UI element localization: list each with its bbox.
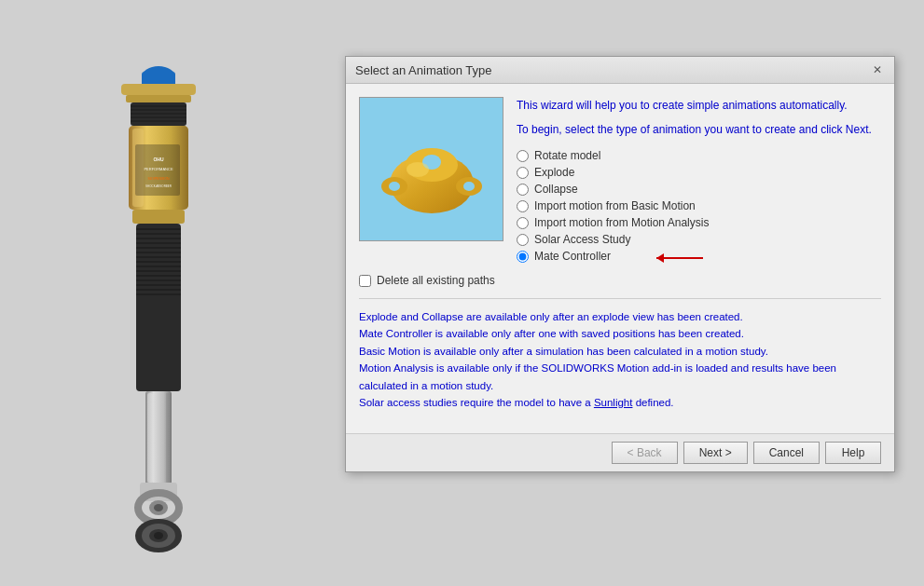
svg-point-55 (407, 162, 429, 177)
svg-rect-6 (131, 109, 186, 111)
next-button[interactable]: Next > (683, 442, 748, 464)
info-section: Explode and Collapse are available only … (359, 298, 881, 411)
svg-rect-26 (136, 256, 181, 258)
radio-motion-analysis-input[interactable] (517, 217, 529, 229)
radio-basic-motion-label: Import motion from Basic Motion (534, 199, 696, 212)
delete-paths-checkbox-area[interactable]: Delete all existing paths (359, 274, 881, 287)
animation-type-dialog: Select an Animation Type ✕ (345, 56, 895, 472)
svg-point-42 (154, 504, 163, 511)
radio-explode[interactable]: Explode (517, 166, 881, 179)
svg-text:SHOCK ABSORBER: SHOCK ABSORBER (145, 184, 172, 188)
radio-collapse[interactable]: Collapse (517, 183, 881, 196)
svg-rect-2 (121, 84, 196, 95)
right-panel: This wizard will help you to create simp… (517, 97, 881, 263)
dialog-body: This wizard will help you to create simp… (346, 84, 894, 433)
svg-rect-34 (136, 293, 181, 295)
preview-box (359, 97, 503, 241)
dialog-top-section: This wizard will help you to create simp… (359, 97, 881, 263)
radio-collapse-label: Collapse (534, 183, 578, 196)
delete-paths-checkbox[interactable] (359, 275, 371, 287)
radio-rotate-model[interactable]: Rotate model (517, 149, 881, 162)
svg-rect-22 (136, 238, 181, 239)
svg-rect-9 (131, 120, 186, 122)
radio-motion-analysis-label: Import motion from Motion Analysis (534, 216, 709, 229)
info-line-4: Motion Analysis is available only if the… (359, 360, 881, 394)
animation-type-radio-group: Rotate model Explode Collapse Import mot… (517, 149, 881, 263)
svg-point-47 (154, 532, 163, 539)
info-line-3: Basic Motion is available only after a s… (359, 343, 881, 360)
svg-rect-24 (136, 247, 181, 249)
svg-rect-23 (136, 242, 181, 244)
svg-point-54 (463, 182, 475, 191)
sunlight-link[interactable]: Sunlight (594, 397, 633, 408)
svg-marker-57 (656, 253, 664, 263)
svg-point-52 (389, 182, 400, 191)
svg-rect-32 (136, 284, 181, 286)
svg-rect-28 (136, 266, 181, 267)
svg-rect-31 (136, 279, 181, 281)
radio-rotate-label: Rotate model (534, 149, 600, 162)
radio-explode-label: Explode (534, 166, 574, 179)
radio-solar-access-label: Solar Access Study (534, 233, 630, 246)
info-line-1: Explode and Collapse are available only … (359, 308, 881, 325)
svg-rect-33 (136, 289, 181, 291)
help-button[interactable]: Help (825, 442, 881, 464)
svg-rect-21 (136, 233, 181, 235)
radio-basic-motion-input[interactable] (517, 200, 529, 212)
wizard-text-2: To begin, select the type of animation y… (517, 121, 881, 138)
radio-mate-controller-input[interactable] (517, 251, 529, 263)
svg-rect-8 (131, 116, 186, 118)
radio-mate-controller-label: Mate Controller (534, 250, 611, 263)
svg-text:PERFORMANCE: PERFORMANCE (144, 167, 172, 171)
radio-rotate-input[interactable] (517, 150, 529, 162)
shock-svg: OHU PERFORMANCE SUSPENSION SHOCK ABSORBE… (56, 33, 261, 554)
red-arrow-annotation (647, 248, 712, 268)
radio-solar-access-input[interactable] (517, 234, 529, 246)
radio-collapse-input[interactable] (517, 184, 529, 196)
info-line-2: Mate Controller is available only after … (359, 325, 881, 342)
svg-rect-5 (131, 105, 186, 107)
svg-rect-25 (136, 252, 181, 253)
svg-rect-7 (131, 113, 186, 115)
radio-basic-motion[interactable]: Import motion from Basic Motion (517, 199, 881, 212)
dialog-titlebar: Select an Animation Type ✕ (346, 57, 894, 84)
radio-solar-access[interactable]: Solar Access Study (517, 233, 881, 246)
radio-motion-analysis[interactable]: Import motion from Motion Analysis (517, 216, 881, 229)
svg-rect-29 (136, 270, 181, 272)
dialog-footer: < Back Next > Cancel Help (346, 433, 894, 471)
svg-rect-27 (136, 261, 181, 263)
svg-text:OHU: OHU (153, 157, 164, 162)
delete-paths-label: Delete all existing paths (377, 274, 495, 287)
svg-rect-3 (126, 95, 191, 102)
info-line-5: Solar access studies require the model t… (359, 394, 881, 411)
svg-rect-18 (132, 210, 185, 224)
back-button[interactable]: < Back (612, 442, 678, 464)
svg-rect-30 (136, 275, 181, 277)
dialog-title: Select an Animation Type (355, 63, 491, 77)
radio-explode-input[interactable] (517, 167, 529, 179)
radio-mate-controller[interactable]: Mate Controller (517, 250, 881, 263)
svg-rect-38 (166, 393, 169, 483)
close-button[interactable]: ✕ (870, 62, 885, 77)
cancel-button[interactable]: Cancel (753, 442, 820, 464)
svg-rect-37 (147, 393, 153, 483)
shock-absorber-image: OHU PERFORMANCE SUSPENSION SHOCK ABSORBE… (0, 0, 317, 586)
part-preview-svg (371, 114, 492, 225)
svg-text:SUSPENSION: SUSPENSION (148, 177, 170, 181)
wizard-text-1: This wizard will help you to create simp… (517, 97, 881, 114)
svg-rect-20 (136, 228, 181, 230)
